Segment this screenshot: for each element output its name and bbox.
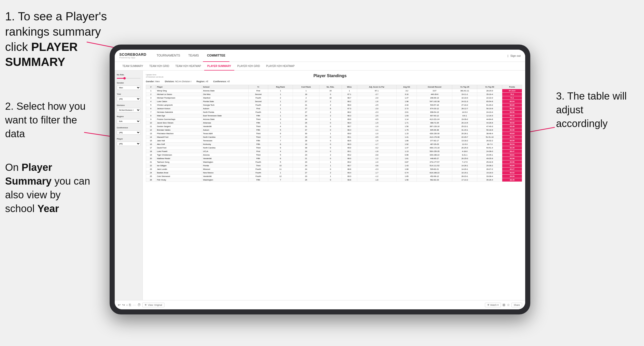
table-cell: 7-17-5 — [452, 160, 477, 164]
sidebar-section-norounds: No Rds. — [117, 74, 140, 79]
table-cell: Wenyi Ding — [156, 89, 202, 93]
gender-select[interactable]: Men — [117, 86, 140, 90]
table-cell: Arizona — [202, 153, 249, 157]
filter-conference: Conference: All — [213, 80, 230, 83]
table-row: 19Tiger ChristensenArizonaThird523269.2-… — [146, 153, 522, 157]
subnav-team-h2h-grid[interactable]: TEAM H2H GRID — [146, 62, 172, 71]
instruction-step2: 2. Select how you want to filter the dat… — [5, 99, 92, 141]
region-select[interactable]: N/A — [117, 119, 140, 123]
table-cell: -0.5 — [357, 118, 396, 121]
nav-tab-tournaments[interactable]: TOURNAMENTS — [152, 50, 184, 62]
sign-out-button[interactable]: Sign out — [510, 54, 521, 57]
table-cell: Third — [249, 135, 268, 139]
table-cell: 14-26-1 — [452, 164, 477, 168]
table-cell: 23 — [293, 153, 319, 157]
table-cell: 45.92 — [502, 121, 522, 125]
table-cell: 38.45 — [502, 178, 522, 182]
table-cell: 0 — [319, 128, 342, 132]
table-cell: 25-42-9 — [477, 160, 502, 164]
table-cell: 1.15 — [396, 132, 417, 135]
table-cell: 4 — [268, 150, 293, 153]
table-cell: -1.8 — [357, 178, 396, 182]
table-cell: Fourth — [249, 175, 268, 178]
slider-track[interactable] — [117, 78, 140, 79]
view-original-button[interactable]: 👁 View: Original — [142, 303, 164, 307]
table-cell: 19 — [293, 143, 319, 146]
filters-row: Gender: Men Division: NCAA Division I Re… — [146, 80, 522, 83]
nav-tab-teams[interactable]: TEAMS — [184, 50, 203, 62]
table-cell: Kentucky — [202, 143, 249, 146]
table-cell: -2.3 — [357, 110, 396, 114]
table-cell: -2.0 — [357, 107, 396, 110]
chevron-down-icon: ▾ — [497, 304, 499, 306]
table-cell: 68.3 — [342, 114, 357, 118]
table-cell: 20-25-3 — [452, 146, 477, 150]
table-cell: 9 — [146, 118, 156, 121]
table-cell: 428-150-30 — [417, 132, 452, 135]
redo-icon[interactable]: ↪ — [122, 303, 125, 307]
player-select[interactable]: (All) — [117, 142, 140, 146]
table-row: 8Mats EgeEast Tennessee StateFifth124268… — [146, 114, 522, 118]
update-time-label: Update time: — [146, 74, 163, 76]
table-cell: 7 — [268, 135, 293, 139]
table-cell: 68.7 — [342, 164, 357, 168]
watch-button[interactable]: 👁 Watch ▾ — [485, 303, 501, 307]
table-cell: 69.1 — [342, 135, 357, 139]
table-cell: 25-22-1 — [452, 125, 477, 128]
conference-select[interactable]: (All) — [117, 130, 140, 135]
division-select[interactable]: NCAA Division I — [117, 108, 140, 112]
table-cell: 24 — [293, 164, 319, 168]
table-cell: 21 — [146, 160, 156, 164]
table-cell: 18-7-3 — [477, 143, 502, 146]
table-cell: 2 — [146, 93, 156, 96]
year-select[interactable]: (All) — [117, 97, 140, 101]
tablet-screen: SCOREBOARD Powered by clippi TOURNAMENTS… — [115, 50, 525, 309]
subnav-player-h2h-heatmap[interactable]: PLAYER H2H HEATMAP — [263, 62, 298, 71]
app-header: SCOREBOARD Powered by clippi TOURNAMENTS… — [115, 50, 525, 62]
table-cell: Second — [249, 93, 268, 96]
table-cell: 3 — [146, 96, 156, 100]
back-icon[interactable]: ‹ — [126, 303, 127, 307]
layout-icon[interactable]: ⊞ — [503, 303, 505, 307]
table-cell: Gordon Sargent — [156, 125, 202, 128]
slider-thumb[interactable] — [123, 77, 126, 79]
table-cell: 11 — [268, 168, 293, 171]
table-cell: 43.81 — [502, 153, 522, 157]
subnav-team-summary[interactable]: TEAM SUMMARY — [119, 62, 146, 71]
undo-icon[interactable]: ↩ — [118, 303, 121, 307]
table-cell: 24 — [293, 150, 319, 153]
table-cell: 0 — [319, 121, 342, 125]
nav-tab-committee[interactable]: COMMITTEE — [203, 50, 229, 62]
table-cell: Fifth — [249, 128, 268, 132]
table-cell: 50.54 — [502, 143, 522, 146]
subnav-player-summary[interactable]: PLAYER SUMMARY — [204, 62, 234, 71]
col-adj-score: Adj. Score to Par — [357, 85, 396, 89]
table-cell: 17-14-2 — [452, 178, 477, 182]
sub-nav: TEAM SUMMARY TEAM H2H GRID TEAM H2H HEAT… — [115, 62, 525, 71]
player-standings-table: # Player School Yr Reg Rank Conf Rank No… — [146, 85, 522, 182]
subnav-team-h2h-heatmap[interactable]: TEAM H2H HEATMAP — [172, 62, 204, 71]
clock-icon[interactable]: ⏱ — [137, 303, 141, 307]
table-row: 23Jack LundinMissouriFourth1124068.6-2.3… — [146, 168, 522, 171]
table-cell: Fourth — [249, 160, 268, 164]
table-cell: Third — [249, 164, 268, 168]
table-cell: 68.6 — [342, 178, 357, 182]
table-cell: First — [249, 150, 268, 153]
table-cell: 0.96 — [396, 153, 417, 157]
subnav-player-h2h-grid[interactable]: PLAYER H2H GRID — [234, 62, 263, 71]
table-cell: 0 — [319, 143, 342, 146]
table-cell: 1.43 — [396, 164, 417, 168]
col-school: School — [202, 85, 249, 89]
table-cell: Third — [249, 132, 268, 135]
table-row: 22Ian GilliganFloridaThird1024168.7-0.81… — [146, 164, 522, 168]
table-cell: Fifth — [249, 114, 268, 118]
table-cell: -1.2 — [357, 175, 396, 178]
table-cell: Fifth — [249, 178, 268, 182]
table-cell: -3.2 — [396, 89, 417, 93]
table-cell: 381-61-11 — [452, 89, 477, 93]
table-cell: -1.0 — [357, 132, 396, 135]
star-icon[interactable]: ☆ — [507, 303, 510, 307]
share-button[interactable]: Share — [511, 303, 522, 307]
copy-icon[interactable]: ⎘ — [129, 303, 131, 307]
table-cell: 547-142-38 — [417, 100, 452, 103]
